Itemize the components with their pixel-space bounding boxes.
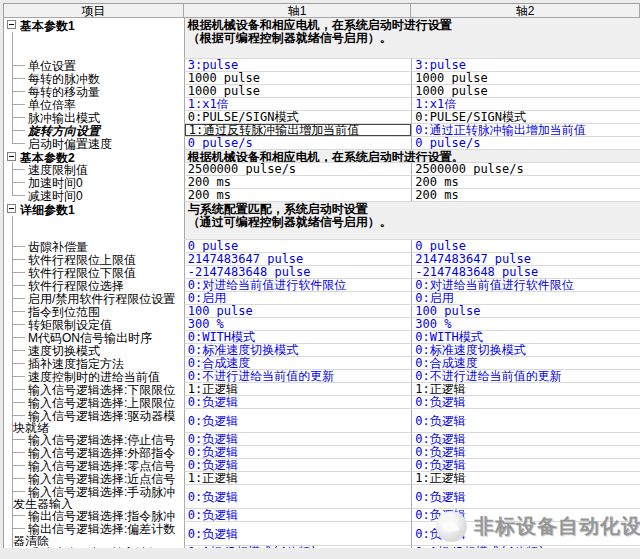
axis1-value-cell[interactable]: 0:负逻辑 bbox=[184, 522, 412, 546]
param-label-cell: 转矩限制设定值 bbox=[4, 318, 184, 331]
tree-branch-line bbox=[12, 491, 25, 492]
tree-branch-line bbox=[12, 363, 25, 364]
axis1-value-cell[interactable]: 200 ms bbox=[184, 176, 412, 189]
axis2-value-cell[interactable]: 0:PULSE/SIGN模式 bbox=[411, 111, 640, 124]
param-value: 200 ms bbox=[185, 176, 231, 188]
selected-cell-box[interactable]: 1:通过反转脉冲输出增加当前值 bbox=[185, 124, 411, 136]
axis1-value-cell[interactable]: 0:负逻辑 bbox=[184, 433, 412, 446]
axis2-value-cell[interactable]: -2147483648 pulse bbox=[411, 266, 640, 279]
axis1-value-cell[interactable]: 1:正逻辑 bbox=[184, 383, 412, 396]
axis1-value-cell[interactable]: 100 pulse bbox=[184, 305, 412, 318]
axis2-value-cell[interactable]: 0:负逻辑 bbox=[411, 433, 640, 446]
param-value: 0:不进行进给当前值的更新 bbox=[185, 370, 334, 382]
axis1-value-cell[interactable]: 1:x1倍 bbox=[184, 98, 412, 111]
axis1-value-cell[interactable]: 200 ms bbox=[184, 189, 412, 202]
axis1-value-cell[interactable]: 1000 pulse bbox=[184, 85, 412, 98]
axis2-value-cell[interactable]: 2147483647 pulse bbox=[411, 253, 640, 266]
axis2-value-cell[interactable]: 0:标准速度切换模式 bbox=[411, 344, 640, 357]
axis1-value-cell[interactable]: 0:PULSE/SIGN模式 bbox=[184, 111, 412, 124]
axis1-value-cell[interactable]: 0 pulse/s bbox=[184, 137, 412, 150]
param-label: 输出信号逻辑选择:指令脉冲信号 bbox=[4, 509, 184, 522]
axis1-value-cell[interactable]: 0:启用 bbox=[184, 292, 412, 305]
axis2-value-cell[interactable]: 200 ms bbox=[411, 189, 640, 202]
axis1-value-cell[interactable]: 0:负逻辑 bbox=[184, 509, 412, 522]
param-value: 100 pulse bbox=[412, 305, 480, 317]
axis2-value-cell[interactable]: 0 pulse/s bbox=[411, 137, 640, 150]
param-label: 输出信号逻辑选择:偏差计数器清除 bbox=[4, 522, 184, 546]
axis2-value-cell[interactable]: 200 ms bbox=[411, 176, 640, 189]
param-value: 0:启用 bbox=[412, 292, 453, 304]
axis2-value-cell[interactable]: 0:不进行进给当前值的更新 bbox=[411, 370, 640, 383]
axis2-value-cell[interactable]: 1:正逻辑 bbox=[411, 472, 640, 485]
param-value: 0:负逻辑 bbox=[185, 459, 238, 471]
axis1-value-cell[interactable]: 0:负逻辑 bbox=[184, 459, 412, 472]
axis1-value-cell[interactable]: 0:标准速度切换模式 bbox=[184, 344, 412, 357]
param-label: 速度控制时的进给当前值 bbox=[4, 370, 184, 383]
param-label: 旋转方向设置 bbox=[4, 124, 184, 137]
axis2-value-cell[interactable]: 2500000 pulse/s bbox=[411, 163, 640, 176]
tree-branch-line bbox=[12, 439, 25, 440]
axis2-value-cell[interactable]: 0:合成速度 bbox=[411, 357, 640, 370]
param-label-cell: 齿隙补偿量 bbox=[4, 240, 184, 253]
section-row: 基本参数1根据机械设备和相应电机，在系统启动时进行设置（根据可编程控制器就绪信号… bbox=[4, 18, 640, 59]
axis1-value-cell[interactable]: 2500000 pulse/s bbox=[184, 163, 412, 176]
axis2-value-cell[interactable]: 0:WITH模式 bbox=[411, 331, 640, 344]
table-row: M代码ON信号输出时序0:WITH模式0:WITH模式 bbox=[4, 331, 640, 344]
axis2-value-cell[interactable]: 0:负逻辑 bbox=[411, 459, 640, 472]
axis2-value-cell[interactable]: 0 pulse bbox=[411, 240, 640, 253]
axis1-value-cell[interactable]: 0:WITH模式 bbox=[184, 331, 412, 344]
axis1-value-cell[interactable]: 1000 pulse bbox=[184, 72, 412, 85]
axis1-value-cell[interactable]: 0:不进行进给当前值的更新 bbox=[184, 370, 412, 383]
axis2-value-cell[interactable]: 100 pulse bbox=[411, 305, 640, 318]
axis2-value-cell[interactable]: 3:pulse bbox=[411, 59, 640, 72]
axis2-value-cell[interactable]: 1:正逻辑 bbox=[411, 383, 640, 396]
parameter-setting-screen: 项目 轴1 轴2 基本参数1根据机械设备和相应电机，在系统启动时进行设置（根据可… bbox=[0, 0, 640, 559]
param-label: 每转的移动量 bbox=[4, 85, 184, 98]
axis2-value-cell[interactable]: 0:负逻辑 bbox=[411, 446, 640, 459]
axis1-value-cell[interactable]: 300 % bbox=[184, 318, 412, 331]
axis2-value-cell[interactable]: 300 % bbox=[411, 318, 640, 331]
axis1-value-cell[interactable]: 0:负逻辑 bbox=[184, 446, 412, 459]
axis2-value-cell[interactable]: 0:负逻辑 bbox=[411, 485, 640, 509]
axis1-value-cell[interactable]: 2147483647 pulse bbox=[184, 253, 412, 266]
watermark-text: 非标设备自动化设计 bbox=[474, 513, 640, 540]
axis2-value-cell[interactable]: 1000 pulse bbox=[411, 72, 640, 85]
section-description-line: （根据可编程控制器就绪信号启用）。 bbox=[188, 32, 640, 45]
tree-line bbox=[12, 409, 13, 433]
axis2-value-cell[interactable]: 1000 pulse bbox=[411, 85, 640, 98]
tree-branch-line bbox=[12, 311, 25, 312]
section-description-line: （通过可编程控制器就绪信号启用）。 bbox=[188, 216, 640, 229]
param-label-cell: 速度控制时的进给当前值 bbox=[4, 370, 184, 383]
param-label: 输入信号逻辑选择:近点信号 bbox=[4, 472, 184, 485]
axis2-value-cell[interactable]: 0:负逻辑 bbox=[411, 396, 640, 409]
param-value: 0:对进给当前值进行软件限位 bbox=[185, 279, 346, 291]
param-value: 0:负逻辑 bbox=[185, 396, 238, 408]
param-value: 200 ms bbox=[412, 176, 458, 188]
axis2-value-cell[interactable]: 0:启用 bbox=[411, 292, 640, 305]
collapse-icon[interactable] bbox=[7, 20, 16, 29]
param-value: 0:负逻辑 bbox=[412, 446, 465, 458]
axis2-value-cell[interactable]: 0:A相/B相模式(4倍频) bbox=[411, 546, 640, 548]
collapse-icon[interactable] bbox=[7, 152, 16, 161]
axis2-value-cell[interactable]: 1:x1倍 bbox=[411, 98, 640, 111]
axis1-value-cell[interactable]: 0:负逻辑 bbox=[184, 409, 412, 433]
axis1-value-cell[interactable]: 0:负逻辑 bbox=[184, 485, 412, 509]
param-value: 2147483647 pulse bbox=[412, 253, 531, 265]
axis1-value-cell[interactable]: 1:通过反转脉冲输出增加当前值 bbox=[184, 124, 412, 137]
axis1-value-cell[interactable]: -2147483648 pulse bbox=[184, 266, 412, 279]
axis1-value-cell[interactable]: 0:A相/B相模式(4倍频) bbox=[184, 546, 412, 548]
param-value: 1000 pulse bbox=[185, 72, 260, 84]
param-label: 速度限制值 bbox=[4, 163, 184, 176]
axis2-value-cell[interactable]: 0:通过正转脉冲输出增加当前值 bbox=[411, 124, 640, 137]
tree-branch-line bbox=[12, 104, 25, 105]
axis1-value-cell[interactable]: 3:pulse bbox=[184, 59, 412, 72]
param-value: 3:pulse bbox=[412, 59, 466, 71]
axis2-value-cell[interactable]: 0:对进给当前值进行软件限位 bbox=[411, 279, 640, 292]
axis1-value-cell[interactable]: 0:合成速度 bbox=[184, 357, 412, 370]
axis2-value-cell[interactable]: 0:负逻辑 bbox=[411, 409, 640, 433]
axis1-value-cell[interactable]: 0:负逻辑 bbox=[184, 396, 412, 409]
axis1-value-cell[interactable]: 1:正逻辑 bbox=[184, 472, 412, 485]
axis1-value-cell[interactable]: 0:对进给当前值进行软件限位 bbox=[184, 279, 412, 292]
axis1-value-cell[interactable]: 0 pulse bbox=[184, 240, 412, 253]
collapse-icon[interactable] bbox=[7, 204, 16, 213]
